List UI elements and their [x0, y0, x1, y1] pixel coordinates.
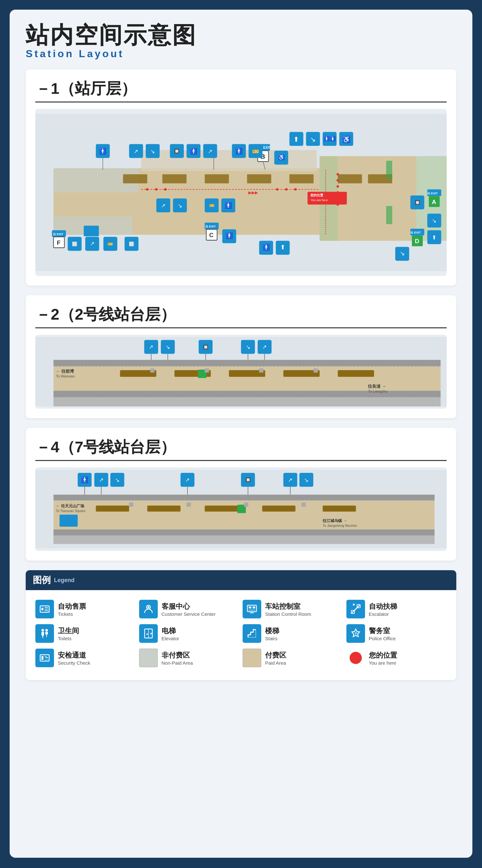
- floor-neg2-panel: －2（2号线站台层） ↗ ↘ 🔲 ↘ ↗: [26, 295, 456, 418]
- svg-rect-200: [249, 607, 251, 609]
- nonpaid-swatch: [139, 649, 158, 667]
- legend-en-escalator: Escalator: [369, 611, 397, 617]
- stairs-icon: [243, 624, 261, 643]
- svg-rect-9: [162, 175, 186, 183]
- legend-text-security: 安检通道 Security Check: [58, 651, 90, 665]
- svg-rect-143: [259, 369, 263, 373]
- legend-text-stairs: 楼梯 Stairs: [265, 626, 279, 641]
- svg-point-106: [336, 173, 339, 176]
- service-icon: [139, 600, 158, 618]
- floor-neg1-title: －1（站厅层）: [35, 79, 447, 102]
- legend-text-control: 车站控制室 Station Control Room: [265, 602, 311, 617]
- svg-text:您的位置: 您的位置: [310, 193, 323, 197]
- svg-text:F: F: [57, 239, 61, 246]
- svg-text:出 EXIT: 出 EXIT: [53, 232, 64, 236]
- floor-neg2-title: －2（2号线站台层）: [35, 304, 447, 328]
- floor-neg1-panel: －1（站厅层）: [26, 69, 456, 286]
- legend-text-elevator: 电梯 Elevator: [162, 626, 179, 641]
- svg-point-108: [336, 185, 339, 188]
- svg-text:往江城乌镇 →: 往江城乌镇 →: [322, 519, 347, 523]
- svg-text:🚹: 🚹: [224, 202, 232, 209]
- svg-point-102: [164, 188, 167, 191]
- svg-point-209: [41, 629, 44, 631]
- svg-rect-176: [96, 506, 129, 512]
- svg-rect-180: [323, 506, 356, 512]
- svg-text:↗: ↗: [208, 148, 212, 155]
- svg-text:▼: ▼: [149, 632, 153, 636]
- legend-cn-paid: 付费区: [265, 651, 286, 660]
- svg-text:🎫: 🎫: [108, 241, 113, 247]
- svg-text:↗: ↗: [149, 344, 153, 350]
- svg-text:↘: ↘: [150, 148, 155, 155]
- legend-item-nonpaid: 非付费区 Non-Paid Area: [139, 649, 240, 667]
- svg-rect-201: [252, 607, 255, 609]
- ticket-icon: [35, 600, 54, 618]
- svg-point-198: [148, 606, 149, 608]
- legend-cn-police: 警务室: [369, 626, 396, 636]
- legend-cn-elevator: 电梯: [162, 626, 179, 636]
- svg-rect-144: [313, 369, 318, 373]
- legend-item-escalator: 自动扶梯 Escalator: [347, 600, 447, 618]
- legend-cn-stairs: 楼梯: [265, 626, 279, 636]
- legend-text-paid: 付费区 Paid Area: [265, 651, 286, 665]
- svg-text:🔲: 🔲: [415, 200, 420, 205]
- legend-en-elevator: Elevator: [162, 636, 179, 641]
- svg-text:♿: ♿: [278, 154, 285, 161]
- legend-en-youhere: You are here: [369, 660, 397, 665]
- legend-item-elevator: ▲▼ 电梯 Elevator: [139, 624, 240, 643]
- legend-text-escalator: 自动扶梯 Escalator: [369, 602, 397, 617]
- svg-text:⬆: ⬆: [432, 235, 436, 241]
- svg-text:↘: ↘: [310, 135, 316, 143]
- svg-text:↘: ↘: [178, 203, 182, 209]
- legend-item-service: 客服中心 Customer Service Center: [139, 600, 240, 618]
- svg-text:↘: ↘: [304, 477, 308, 483]
- svg-text:🎫: 🎫: [209, 203, 215, 208]
- svg-text:⬆: ⬆: [293, 135, 299, 143]
- floor-neg2-num: －2（2号线站台层）: [35, 304, 176, 325]
- page-title-en: Station Layout: [26, 48, 456, 60]
- svg-rect-182: [129, 502, 133, 506]
- legend-cn-escalator: 自动扶梯: [369, 602, 397, 611]
- svg-text:↗: ↗: [161, 203, 165, 209]
- floor-neg2-svg: ↗ ↘ 🔲 ↘ ↗ ← 往前湾: [35, 335, 447, 409]
- legend-item-toilet: 卫生间 Toilets: [35, 624, 136, 643]
- svg-point-110: [336, 197, 339, 200]
- svg-text:You are here: You are here: [310, 198, 328, 202]
- red-dot-icon: [350, 652, 362, 664]
- svg-text:↗: ↗: [185, 477, 189, 483]
- youhere-swatch: [347, 649, 365, 667]
- svg-rect-131: [53, 360, 441, 367]
- svg-rect-183: [187, 502, 191, 506]
- svg-text:🔲: 🔲: [174, 148, 180, 154]
- svg-text:🚹: 🚹: [225, 232, 233, 239]
- legend-title-en: Legend: [54, 577, 74, 584]
- legend-text-police: 警务室 Police Office: [369, 626, 396, 641]
- svg-line-205: [352, 605, 360, 613]
- legend-en-police: Police Office: [369, 636, 396, 641]
- svg-rect-175: [59, 515, 78, 527]
- svg-point-208: [353, 603, 355, 606]
- svg-rect-17: [84, 226, 99, 237]
- svg-rect-142: [205, 369, 209, 373]
- floor-neg4-num: －4（7号线站台层）: [35, 437, 176, 458]
- legend-title-cn: 图例: [33, 574, 51, 586]
- svg-text:To Wanwan: To Wanwan: [56, 374, 75, 378]
- svg-text:♿: ♿: [342, 135, 351, 144]
- legend-en-stairs: Stairs: [265, 636, 279, 641]
- floor-neg1-num: －1（站厅层）: [35, 79, 137, 99]
- svg-text:↗: ↗: [134, 148, 138, 155]
- svg-point-111: [336, 203, 339, 206]
- legend-item-paid: 付费区 Paid Area: [243, 649, 343, 667]
- floor-neg4-panel: －4（7号线站台层） 🚹 ↗ ↘ ↗ 🔲 ↗ ↘: [26, 428, 456, 561]
- svg-text:⬜: ⬜: [129, 241, 134, 247]
- legend-en-paid: Paid Area: [265, 660, 286, 665]
- svg-rect-113: [386, 161, 392, 179]
- legend-item-youhere: 您的位置 You are here: [347, 649, 447, 667]
- svg-text:↗: ↗: [99, 477, 103, 483]
- svg-text:⬜: ⬜: [72, 241, 78, 247]
- legend-text-service: 客服中心 Customer Service Center: [162, 602, 216, 617]
- legend-en-service: Customer Service Center: [162, 611, 216, 617]
- svg-rect-210: [41, 632, 44, 636]
- svg-text:D: D: [415, 238, 419, 245]
- svg-rect-179: [262, 506, 296, 512]
